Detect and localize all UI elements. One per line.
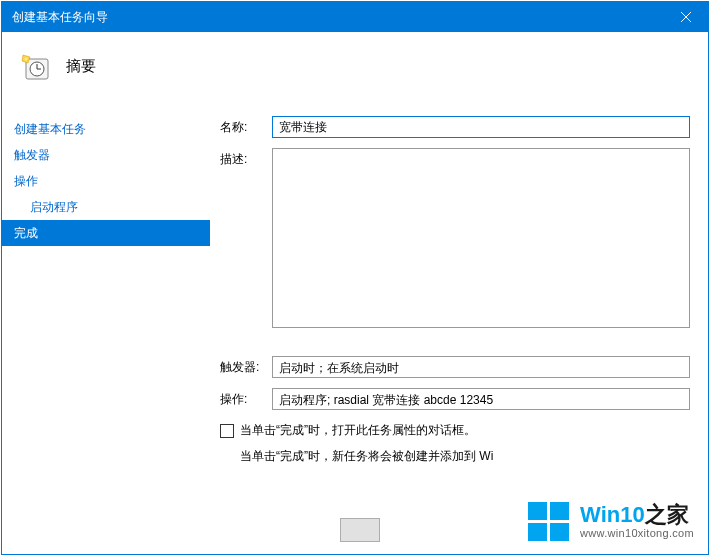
svg-rect-7: [528, 502, 547, 520]
sidebar-item-finish[interactable]: 完成: [2, 220, 210, 246]
svg-rect-8: [550, 502, 569, 520]
svg-point-6: [25, 57, 28, 60]
open-properties-label: 当单击“完成”时，打开此任务属性的对话框。: [240, 422, 476, 439]
description-input[interactable]: [272, 148, 690, 328]
sidebar-item-start-program[interactable]: 启动程序: [2, 194, 210, 220]
sidebar-item-create-task[interactable]: 创建基本任务: [2, 116, 210, 142]
window-title: 创建基本任务向导: [12, 9, 663, 26]
main-panel: 名称: 描述: 触发器: 启动时；在系统启动时 操作: 启动程序; rasdia…: [210, 102, 708, 554]
task-clock-icon: [20, 51, 52, 83]
close-icon: [681, 12, 691, 22]
sidebar-item-action[interactable]: 操作: [2, 168, 210, 194]
action-value: 启动程序; rasdial 宽带连接 abcde 12345: [272, 388, 690, 410]
wizard-steps-sidebar: 创建基本任务 触发器 操作 启动程序 完成: [2, 102, 210, 554]
description-label: 描述:: [220, 148, 272, 168]
open-properties-checkbox[interactable]: [220, 424, 234, 438]
windows-logo-icon: [526, 498, 572, 544]
sidebar-item-trigger[interactable]: 触发器: [2, 142, 210, 168]
finish-info-text: 当单击“完成”时，新任务将会被创建并添加到 Wi: [240, 447, 690, 465]
action-label: 操作:: [220, 388, 272, 408]
wizard-header: 摘要: [2, 32, 708, 102]
watermark-brand: Win10之家: [580, 503, 694, 527]
svg-rect-9: [528, 523, 547, 541]
close-button[interactable]: [663, 2, 708, 32]
titlebar: 创建基本任务向导: [2, 2, 708, 32]
svg-rect-10: [550, 523, 569, 541]
watermark-url: www.win10xitong.com: [580, 527, 694, 539]
name-input[interactable]: [272, 116, 690, 138]
page-title: 摘要: [66, 57, 96, 76]
trigger-label: 触发器:: [220, 356, 272, 376]
name-label: 名称:: [220, 116, 272, 136]
trigger-value: 启动时；在系统启动时: [272, 356, 690, 378]
watermark: Win10之家 www.win10xitong.com: [526, 498, 694, 544]
wizard-button-partial[interactable]: [340, 518, 380, 542]
